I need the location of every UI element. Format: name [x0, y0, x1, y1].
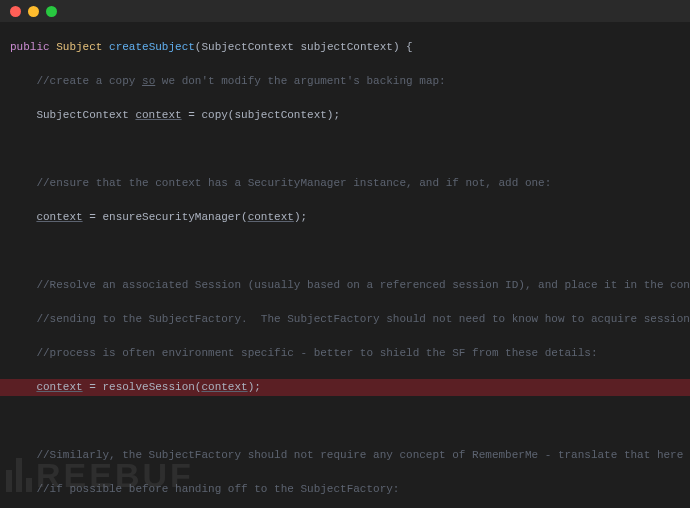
code-line: SubjectContext context = copy(subjectCon…: [10, 107, 680, 124]
blank-line: [10, 243, 680, 260]
variable: context: [135, 109, 181, 121]
watermark-text: REEBUF: [36, 467, 194, 484]
indent: [10, 211, 36, 223]
close-icon[interactable]: [10, 6, 21, 17]
code-text: = copy(subjectContext);: [182, 109, 340, 121]
function-name: createSubject: [109, 41, 195, 53]
variable: context: [36, 211, 82, 223]
code-line: public Subject createSubject(SubjectCont…: [10, 39, 680, 56]
comment: so: [142, 75, 155, 87]
watermark-bars-icon: [6, 458, 32, 492]
comment: //Resolve an associated Session (usually…: [10, 279, 690, 291]
maximize-icon[interactable]: [46, 6, 57, 17]
code-text: = ensureSecurityManager(: [83, 211, 248, 223]
code-line: //create a copy so we don't modify the a…: [10, 73, 680, 90]
variable: context: [36, 381, 82, 393]
code-line: //sending to the SubjectFactory. The Sub…: [10, 311, 680, 328]
comment: //ensure that the context has a Security…: [10, 177, 551, 189]
code-line: //process is often environment specific …: [10, 345, 680, 362]
code-text: = resolveSession(: [83, 381, 202, 393]
code-editor: public Subject createSubject(SubjectCont…: [0, 22, 690, 508]
code-line: //Resolve an associated Session (usually…: [10, 277, 680, 294]
blank-line: [10, 413, 680, 430]
titlebar: [0, 0, 690, 22]
blank-line: [10, 141, 680, 158]
highlighted-line: context = resolveSession(context);: [0, 379, 690, 396]
comment: //create a copy: [10, 75, 142, 87]
code-text: (SubjectContext subjectContext) {: [195, 41, 413, 53]
code-line: context = ensureSecurityManager(context)…: [10, 209, 680, 226]
code-text: );: [294, 211, 307, 223]
variable: context: [248, 211, 294, 223]
variable: context: [201, 381, 247, 393]
code-text: SubjectContext: [10, 109, 135, 121]
keyword: public: [10, 41, 50, 53]
minimize-icon[interactable]: [28, 6, 39, 17]
watermark: REEBUF: [6, 458, 194, 492]
code-line: //ensure that the context has a Security…: [10, 175, 680, 192]
comment: //sending to the SubjectFactory. The Sub…: [10, 313, 690, 325]
comment: we don't modify the argument's backing m…: [155, 75, 445, 87]
indent: [10, 381, 36, 393]
comment: //process is often environment specific …: [10, 347, 598, 359]
code-text: );: [248, 381, 261, 393]
type: Subject: [50, 41, 109, 53]
